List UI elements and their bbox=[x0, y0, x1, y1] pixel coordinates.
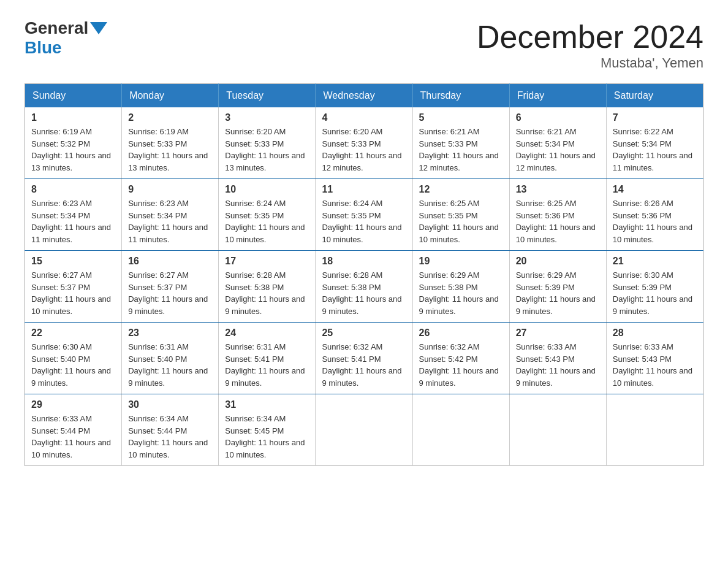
sunrise-label: Sunrise: 6:23 AM bbox=[128, 199, 189, 208]
sunset-label: Sunset: 5:45 PM bbox=[225, 426, 284, 435]
day-info: Sunrise: 6:30 AM Sunset: 5:40 PM Dayligh… bbox=[31, 341, 115, 389]
day-number: 14 bbox=[613, 184, 697, 195]
day-info: Sunrise: 6:31 AM Sunset: 5:41 PM Dayligh… bbox=[225, 341, 309, 389]
sunrise-label: Sunrise: 6:20 AM bbox=[322, 127, 382, 136]
daylight-label: Daylight: 11 hours and 13 minutes. bbox=[128, 151, 208, 172]
calendar-cell: 24 Sunrise: 6:31 AM Sunset: 5:41 PM Dayl… bbox=[219, 323, 316, 394]
calendar-cell: 5 Sunrise: 6:21 AM Sunset: 5:33 PM Dayli… bbox=[412, 107, 509, 179]
sunset-label: Sunset: 5:35 PM bbox=[225, 211, 284, 220]
sunrise-label: Sunrise: 6:32 AM bbox=[419, 342, 480, 351]
daylight-label: Daylight: 11 hours and 12 minutes. bbox=[516, 151, 596, 172]
sunset-label: Sunset: 5:43 PM bbox=[613, 354, 672, 364]
sunset-label: Sunset: 5:32 PM bbox=[31, 139, 90, 148]
calendar-week-row: 8 Sunrise: 6:23 AM Sunset: 5:34 PM Dayli… bbox=[25, 179, 703, 251]
day-number: 3 bbox=[225, 112, 309, 123]
calendar-cell: 8 Sunrise: 6:23 AM Sunset: 5:34 PM Dayli… bbox=[25, 179, 122, 251]
day-number: 31 bbox=[225, 399, 309, 410]
calendar-cell: 16 Sunrise: 6:27 AM Sunset: 5:37 PM Dayl… bbox=[122, 251, 219, 323]
day-info: Sunrise: 6:31 AM Sunset: 5:40 PM Dayligh… bbox=[128, 341, 212, 389]
daylight-label: Daylight: 11 hours and 9 minutes. bbox=[516, 366, 596, 388]
daylight-label: Daylight: 11 hours and 9 minutes. bbox=[128, 294, 208, 316]
sunset-label: Sunset: 5:39 PM bbox=[516, 283, 575, 292]
location: Mustaba', Yemen bbox=[477, 55, 703, 71]
calendar-cell: 30 Sunrise: 6:34 AM Sunset: 5:44 PM Dayl… bbox=[122, 394, 219, 466]
day-number: 8 bbox=[31, 184, 115, 195]
sunrise-label: Sunrise: 6:31 AM bbox=[128, 342, 189, 351]
calendar-cell: 4 Sunrise: 6:20 AM Sunset: 5:33 PM Dayli… bbox=[316, 107, 412, 179]
day-number: 10 bbox=[225, 184, 309, 195]
calendar-cell: 31 Sunrise: 6:34 AM Sunset: 5:45 PM Dayl… bbox=[219, 394, 316, 466]
day-info: Sunrise: 6:20 AM Sunset: 5:33 PM Dayligh… bbox=[225, 126, 309, 174]
daylight-label: Daylight: 11 hours and 11 minutes. bbox=[613, 151, 692, 172]
sunset-label: Sunset: 5:34 PM bbox=[31, 211, 90, 220]
sunrise-label: Sunrise: 6:24 AM bbox=[322, 199, 382, 208]
sunrise-label: Sunrise: 6:33 AM bbox=[31, 414, 92, 423]
sunset-label: Sunset: 5:42 PM bbox=[419, 354, 478, 364]
day-info: Sunrise: 6:34 AM Sunset: 5:45 PM Dayligh… bbox=[225, 413, 309, 461]
logo: General Blue bbox=[25, 18, 109, 58]
day-number: 11 bbox=[322, 184, 406, 195]
calendar-week-row: 1 Sunrise: 6:19 AM Sunset: 5:32 PM Dayli… bbox=[25, 107, 703, 179]
sunset-label: Sunset: 5:35 PM bbox=[322, 211, 381, 220]
day-info: Sunrise: 6:24 AM Sunset: 5:35 PM Dayligh… bbox=[225, 197, 309, 245]
sunset-label: Sunset: 5:34 PM bbox=[613, 139, 672, 148]
logo-general-text: General bbox=[25, 18, 88, 38]
day-number: 16 bbox=[128, 256, 212, 267]
day-number: 21 bbox=[613, 256, 697, 267]
sunrise-label: Sunrise: 6:21 AM bbox=[516, 127, 577, 136]
day-number: 28 bbox=[613, 327, 697, 339]
day-info: Sunrise: 6:19 AM Sunset: 5:32 PM Dayligh… bbox=[31, 126, 115, 174]
calendar-cell: 1 Sunrise: 6:19 AM Sunset: 5:32 PM Dayli… bbox=[25, 107, 122, 179]
day-number: 23 bbox=[128, 327, 212, 339]
sunset-label: Sunset: 5:33 PM bbox=[128, 139, 187, 148]
sunrise-label: Sunrise: 6:30 AM bbox=[613, 270, 673, 280]
daylight-label: Daylight: 11 hours and 11 minutes. bbox=[128, 223, 208, 244]
sunrise-label: Sunrise: 6:32 AM bbox=[322, 342, 382, 351]
calendar-cell: 28 Sunrise: 6:33 AM Sunset: 5:43 PM Dayl… bbox=[606, 323, 703, 394]
sunset-label: Sunset: 5:38 PM bbox=[225, 283, 284, 292]
calendar-cell bbox=[509, 394, 606, 466]
sunset-label: Sunset: 5:36 PM bbox=[613, 211, 672, 220]
sunrise-label: Sunrise: 6:29 AM bbox=[516, 270, 577, 280]
calendar-cell: 3 Sunrise: 6:20 AM Sunset: 5:33 PM Dayli… bbox=[219, 107, 316, 179]
calendar-cell: 10 Sunrise: 6:24 AM Sunset: 5:35 PM Dayl… bbox=[219, 179, 316, 251]
day-number: 24 bbox=[225, 327, 309, 339]
calendar-week-row: 29 Sunrise: 6:33 AM Sunset: 5:44 PM Dayl… bbox=[25, 394, 703, 466]
sunrise-label: Sunrise: 6:25 AM bbox=[516, 199, 577, 208]
calendar-cell: 6 Sunrise: 6:21 AM Sunset: 5:34 PM Dayli… bbox=[509, 107, 606, 179]
daylight-label: Daylight: 11 hours and 10 minutes. bbox=[31, 438, 111, 459]
day-info: Sunrise: 6:29 AM Sunset: 5:38 PM Dayligh… bbox=[419, 269, 503, 317]
sunrise-label: Sunrise: 6:24 AM bbox=[225, 199, 286, 208]
day-info: Sunrise: 6:29 AM Sunset: 5:39 PM Dayligh… bbox=[516, 269, 600, 317]
sunrise-label: Sunrise: 6:28 AM bbox=[322, 270, 382, 280]
sunset-label: Sunset: 5:33 PM bbox=[322, 139, 381, 148]
sunrise-label: Sunrise: 6:19 AM bbox=[31, 127, 92, 136]
day-number: 5 bbox=[419, 112, 503, 123]
calendar-cell: 19 Sunrise: 6:29 AM Sunset: 5:38 PM Dayl… bbox=[412, 251, 509, 323]
daylight-label: Daylight: 11 hours and 13 minutes. bbox=[31, 151, 111, 172]
sunset-label: Sunset: 5:35 PM bbox=[419, 211, 478, 220]
calendar-cell: 18 Sunrise: 6:28 AM Sunset: 5:38 PM Dayl… bbox=[316, 251, 412, 323]
day-number: 4 bbox=[322, 112, 406, 123]
calendar-cell: 29 Sunrise: 6:33 AM Sunset: 5:44 PM Dayl… bbox=[25, 394, 122, 466]
day-info: Sunrise: 6:27 AM Sunset: 5:37 PM Dayligh… bbox=[128, 269, 212, 317]
calendar-cell: 27 Sunrise: 6:33 AM Sunset: 5:43 PM Dayl… bbox=[509, 323, 606, 394]
sunset-label: Sunset: 5:40 PM bbox=[31, 354, 90, 364]
sunset-label: Sunset: 5:34 PM bbox=[128, 211, 187, 220]
sunset-label: Sunset: 5:39 PM bbox=[613, 283, 672, 292]
sunset-label: Sunset: 5:44 PM bbox=[31, 426, 90, 435]
day-info: Sunrise: 6:19 AM Sunset: 5:33 PM Dayligh… bbox=[128, 126, 212, 174]
column-header-monday: Monday bbox=[122, 84, 219, 108]
sunrise-label: Sunrise: 6:34 AM bbox=[225, 414, 286, 423]
sunset-label: Sunset: 5:41 PM bbox=[225, 354, 284, 364]
day-number: 27 bbox=[516, 327, 600, 339]
daylight-label: Daylight: 11 hours and 10 minutes. bbox=[516, 223, 596, 244]
day-info: Sunrise: 6:32 AM Sunset: 5:42 PM Dayligh… bbox=[419, 341, 503, 389]
day-info: Sunrise: 6:24 AM Sunset: 5:35 PM Dayligh… bbox=[322, 197, 406, 245]
column-header-wednesday: Wednesday bbox=[316, 84, 412, 108]
sunset-label: Sunset: 5:44 PM bbox=[128, 426, 187, 435]
sunrise-label: Sunrise: 6:33 AM bbox=[613, 342, 673, 351]
day-number: 30 bbox=[128, 399, 212, 410]
sunset-label: Sunset: 5:41 PM bbox=[322, 354, 381, 364]
sunset-label: Sunset: 5:38 PM bbox=[419, 283, 478, 292]
